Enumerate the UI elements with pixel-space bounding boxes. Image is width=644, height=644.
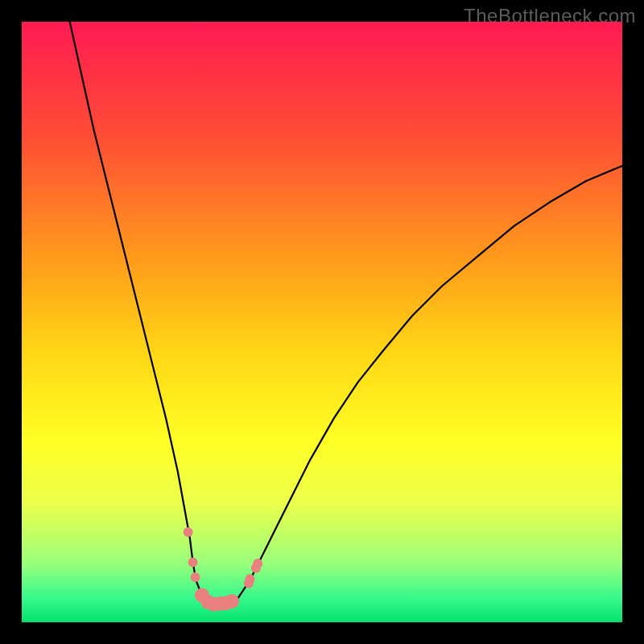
chart-svg (22, 22, 622, 622)
curve-marker (191, 572, 200, 582)
chart-frame: TheBottleneck.com (0, 0, 644, 644)
curve-marker (188, 557, 198, 567)
chart-background (22, 22, 622, 622)
chart-plot (22, 22, 622, 622)
curve-marker (245, 574, 254, 584)
curve-marker (253, 559, 262, 568)
curve-marker (184, 527, 193, 537)
curve-marker (225, 594, 239, 609)
